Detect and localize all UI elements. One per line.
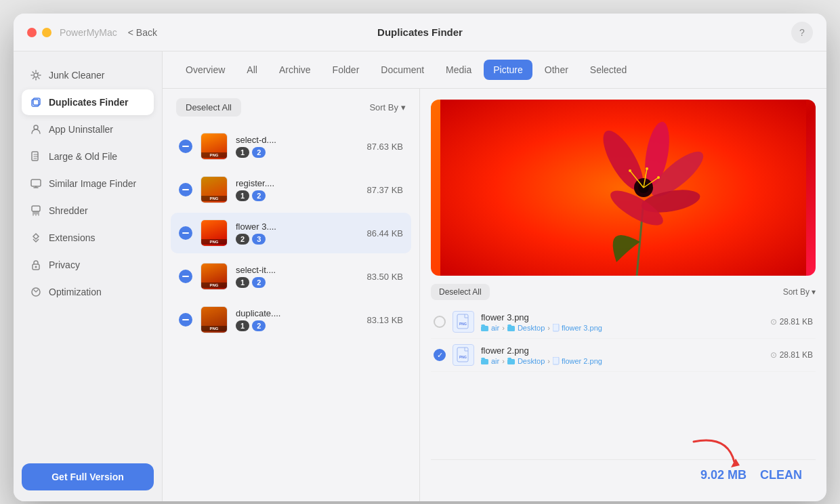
tab-picture[interactable]: Picture xyxy=(484,60,532,80)
svg-point-25 xyxy=(657,176,660,179)
dup-file-name: flower 2.png xyxy=(481,345,763,356)
sidebar-item-optimization-label: Optimization xyxy=(49,287,102,297)
sidebar-item-duplicates-label: Duplicates Finder xyxy=(49,97,128,108)
badge-2: 2 xyxy=(252,320,266,331)
svg-point-23 xyxy=(629,169,631,172)
content-area: Junk Cleaner Duplicates Finder xyxy=(14,51,826,501)
monitor-icon xyxy=(30,177,42,190)
list-item[interactable]: PNG flower 3.... 2 3 86.44 KB xyxy=(171,213,411,253)
badge-2: 2 xyxy=(252,190,266,201)
sidebar-item-large-old-file[interactable]: Large & Old File xyxy=(22,144,154,169)
file-thumbnail: PNG xyxy=(201,306,228,333)
minus-icon xyxy=(179,183,192,196)
svg-rect-34 xyxy=(507,359,515,364)
deselect-all-button[interactable]: Deselect All xyxy=(176,98,241,117)
duplicates-icon xyxy=(30,96,42,108)
gear-icon xyxy=(30,69,42,81)
dup-list-header: Deselect All Sort By ▾ xyxy=(431,284,816,300)
file-info: register.... 1 2 xyxy=(236,178,359,201)
file-info: select-it.... 1 2 xyxy=(236,265,359,288)
dup-file-size: ⊙ 28.81 KB xyxy=(770,350,813,360)
chevron-down-icon: ▾ xyxy=(812,287,816,297)
sort-by-button[interactable]: Sort By ▾ xyxy=(369,102,406,112)
help-button[interactable]: ? xyxy=(791,22,813,43)
file-thumbnail: PNG xyxy=(201,263,228,290)
sidebar-item-shredder-label: Shredder xyxy=(49,205,88,216)
list-item[interactable]: PNG select-d.... 1 2 87.63 KB xyxy=(171,126,411,167)
tab-other[interactable]: Other xyxy=(535,60,578,80)
tabs-bar: Overview All Archive Folder Document Med… xyxy=(163,51,826,89)
file-size: 83.50 KB xyxy=(367,272,404,282)
svg-rect-30 xyxy=(553,324,559,331)
dup-checkbox[interactable] xyxy=(434,349,446,361)
tab-selected[interactable]: Selected xyxy=(581,60,636,80)
sidebar-item-app-uninstaller-label: App Uninstaller xyxy=(49,124,113,135)
dup-list-item[interactable]: PNG flower 2.png air › xyxy=(431,339,816,372)
chevron-down-icon: ▾ xyxy=(401,102,406,112)
list-item[interactable]: PNG select-it.... 1 2 83.50 KB xyxy=(171,256,411,297)
sidebar-item-extensions-label: Extensions xyxy=(49,232,95,243)
dup-deselect-all-button[interactable]: Deselect All xyxy=(431,284,490,300)
dup-file-path: air › Desktop › xyxy=(481,357,763,365)
sidebar-item-junk-cleaner[interactable]: Junk Cleaner xyxy=(22,62,154,88)
preview-image xyxy=(431,100,816,276)
badge-1: 2 xyxy=(236,234,249,245)
back-button[interactable]: < Back xyxy=(128,27,157,38)
badge-2: 2 xyxy=(252,277,266,288)
tab-folder[interactable]: Folder xyxy=(323,60,369,80)
tab-archive[interactable]: Archive xyxy=(270,60,320,80)
list-item[interactable]: PNG register.... 1 2 87.37 KB xyxy=(171,169,411,210)
sidebar: Junk Cleaner Duplicates Finder xyxy=(14,51,163,501)
zoom-icon: ⊙ xyxy=(770,317,777,327)
list-item[interactable]: PNG duplicate.... 1 2 83.13 KB xyxy=(171,299,411,340)
sidebar-item-app-uninstaller[interactable]: App Uninstaller xyxy=(22,117,154,142)
close-button[interactable] xyxy=(27,28,37,37)
path-file: flower 2.png xyxy=(553,357,602,365)
svg-rect-28 xyxy=(481,326,488,331)
badge-1: 1 xyxy=(236,147,249,158)
path-folder: Desktop xyxy=(507,324,545,332)
dup-file-info: flower 3.png air › Desktop xyxy=(481,312,763,332)
minus-icon xyxy=(179,313,192,327)
titlebar: PowerMyMac < Back Duplicates Finder ? xyxy=(14,14,826,51)
svg-point-24 xyxy=(646,167,648,170)
file-size: 87.37 KB xyxy=(367,185,404,195)
dup-file-path: air › Desktop › xyxy=(481,324,763,332)
tab-media[interactable]: Media xyxy=(436,60,481,80)
sidebar-item-privacy[interactable]: Privacy xyxy=(22,252,154,278)
tab-document[interactable]: Document xyxy=(371,60,434,80)
get-full-version-button[interactable]: Get Full Version xyxy=(22,463,154,490)
shredder-icon xyxy=(30,205,42,217)
svg-point-3 xyxy=(34,125,38,129)
sidebar-item-optimization[interactable]: Optimization xyxy=(22,279,154,305)
sidebar-item-similar-image[interactable]: Similar Image Finder xyxy=(22,171,154,196)
dup-checkbox[interactable] xyxy=(434,316,446,328)
sidebar-item-shredder[interactable]: Shredder xyxy=(22,198,154,224)
sidebar-item-extensions[interactable]: Extensions xyxy=(22,225,154,251)
optimization-icon xyxy=(30,286,42,298)
badge-1: 1 xyxy=(236,320,249,331)
lock-icon xyxy=(30,259,42,271)
tab-all[interactable]: All xyxy=(237,60,267,80)
badge-2: 3 xyxy=(252,234,266,245)
badges: 1 2 xyxy=(236,320,359,331)
dup-sort-by-button[interactable]: Sort By ▾ xyxy=(783,287,816,297)
traffic-lights xyxy=(27,28,51,37)
clean-button[interactable]: CLEAN xyxy=(760,468,802,482)
dup-list-item[interactable]: PNG flower 3.png air › xyxy=(431,306,816,339)
sidebar-item-junk-cleaner-label: Junk Cleaner xyxy=(49,70,105,81)
zoom-icon: ⊙ xyxy=(770,350,777,360)
path-file: flower 3.png xyxy=(553,324,602,332)
tab-overview[interactable]: Overview xyxy=(176,60,234,80)
svg-rect-35 xyxy=(553,357,559,364)
badge-2: 2 xyxy=(252,147,266,158)
sidebar-item-duplicates-finder[interactable]: Duplicates Finder xyxy=(22,89,154,115)
preview-panel: Deselect All Sort By ▾ xyxy=(420,89,826,501)
file-info: select-d.... 1 2 xyxy=(236,135,359,158)
minimize-button[interactable] xyxy=(42,28,51,37)
person-icon xyxy=(30,123,42,135)
badges: 1 2 xyxy=(236,277,359,288)
file-thumbnail: PNG xyxy=(201,219,228,247)
file-size: 86.44 KB xyxy=(367,228,404,238)
badges: 1 2 xyxy=(236,147,359,158)
